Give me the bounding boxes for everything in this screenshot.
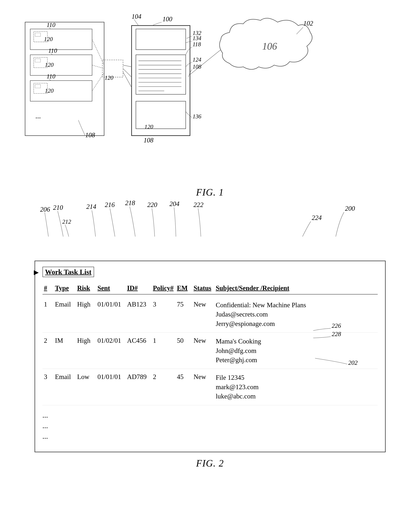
col-id: ID# xyxy=(126,283,151,293)
col-policy: Policy# xyxy=(151,283,176,293)
svg-rect-6 xyxy=(35,59,41,62)
cell-sent-1: 01/01/01 xyxy=(96,300,126,309)
svg-rect-10 xyxy=(132,25,190,136)
cell-id-1: AB123 xyxy=(126,300,151,309)
svg-text:136: 136 xyxy=(193,113,201,120)
cell-em-1: 75 xyxy=(176,300,192,309)
cell-em-2: 50 xyxy=(176,336,192,345)
ellipsis-rows: ... ... ... xyxy=(43,411,378,441)
col-sent: Sent xyxy=(96,283,126,293)
svg-line-26 xyxy=(123,65,132,67)
svg-line-28 xyxy=(123,72,132,87)
cell-subject-1: Confidential: New Machine Plans Judas@se… xyxy=(214,300,378,329)
svg-text:108: 108 xyxy=(143,137,153,144)
fig1-label: FIG. 1 xyxy=(196,187,224,198)
cell-subject-3: File 12345 mark@123.com luke@abc.com xyxy=(214,372,378,402)
svg-rect-4 xyxy=(30,55,92,76)
fig2-diagram: 206 210 212 214 216 218 220 204 222 xyxy=(15,202,405,469)
svg-text:222: 222 xyxy=(194,201,203,209)
fig2-label: FIG. 2 xyxy=(15,458,405,469)
svg-rect-12 xyxy=(136,55,186,94)
svg-rect-8 xyxy=(34,83,47,93)
svg-text:108: 108 xyxy=(85,132,95,139)
page-container: 100 104 102 106 108 108 110 110 110 120 xyxy=(0,0,420,512)
svg-text:120: 120 xyxy=(45,62,54,68)
cell-num-2: 2 xyxy=(43,336,53,345)
cell-type-2: IM xyxy=(53,336,76,345)
table-row: 1 Email High 01/01/01 AB123 3 75 New Con… xyxy=(43,296,378,333)
svg-rect-5 xyxy=(34,57,47,68)
svg-text:212: 212 xyxy=(62,218,71,225)
svg-rect-2 xyxy=(34,32,47,42)
svg-text:120: 120 xyxy=(45,87,54,94)
svg-text:100: 100 xyxy=(162,16,172,23)
svg-text:...: ... xyxy=(36,112,41,120)
cell-status-1: New xyxy=(192,300,214,309)
svg-text:118: 118 xyxy=(193,41,201,47)
fig2-box: ► Work Task List # Type Risk Sent ID# Po… xyxy=(35,261,386,452)
svg-text:104: 104 xyxy=(132,13,141,20)
cell-policy-3: 2 xyxy=(151,372,176,381)
ellipsis-2: ... xyxy=(43,421,378,430)
cell-subject-2: Mama's Cooking John@dfg.com Peter@ghj.co… xyxy=(214,336,378,365)
svg-rect-21 xyxy=(136,101,186,129)
svg-text:204: 204 xyxy=(169,200,180,208)
svg-text:224: 224 xyxy=(312,214,322,221)
svg-rect-7 xyxy=(30,81,92,101)
svg-text:134: 134 xyxy=(193,35,201,41)
svg-rect-9 xyxy=(35,85,41,88)
svg-line-25 xyxy=(92,73,104,91)
col-risk: Risk xyxy=(76,283,96,293)
svg-text:210: 210 xyxy=(53,204,63,211)
svg-rect-1 xyxy=(30,29,92,50)
svg-text:216: 216 xyxy=(105,201,115,209)
cell-id-3: AD789 xyxy=(126,372,151,381)
cell-em-3: 45 xyxy=(176,372,192,381)
svg-text:110: 110 xyxy=(48,47,57,54)
fig1-diagram: 100 104 102 106 108 108 110 110 110 120 xyxy=(15,11,405,178)
svg-line-23 xyxy=(92,39,104,65)
cell-num-3: 3 xyxy=(43,372,53,381)
svg-rect-0 xyxy=(25,22,104,136)
svg-text:120: 120 xyxy=(105,75,113,81)
ellipsis-3: ... xyxy=(43,432,378,441)
svg-line-24 xyxy=(92,65,104,69)
table-row: 2 IM High 01/02/01 AC456 1 50 New Mama's… xyxy=(43,333,378,369)
svg-text:206: 206 xyxy=(40,206,50,213)
work-task-table: # Type Risk Sent ID# Policy# EM Status S… xyxy=(43,283,378,405)
table-header: # Type Risk Sent ID# Policy# EM Status S… xyxy=(43,283,378,295)
cell-status-3: New xyxy=(192,372,214,381)
cell-risk-2: High xyxy=(76,336,96,345)
ellipsis-1: ... xyxy=(43,411,378,419)
svg-text:120: 120 xyxy=(44,36,53,42)
cell-type-1: Email xyxy=(53,300,76,309)
svg-rect-11 xyxy=(136,29,186,50)
svg-text:200: 200 xyxy=(345,205,355,212)
cell-sent-3: 01/01/01 xyxy=(96,372,126,381)
svg-text:120: 120 xyxy=(144,124,153,130)
col-type: Type xyxy=(53,283,76,293)
svg-text:214: 214 xyxy=(86,203,96,210)
svg-rect-3 xyxy=(35,33,41,36)
cell-num-1: 1 xyxy=(43,300,53,309)
cell-type-3: Email xyxy=(53,372,76,381)
svg-text:132: 132 xyxy=(193,30,201,36)
cell-policy-2: 1 xyxy=(151,336,176,345)
svg-text:108: 108 xyxy=(193,63,201,70)
svg-rect-22 xyxy=(102,60,123,77)
svg-line-29 xyxy=(190,50,221,75)
svg-text:220: 220 xyxy=(147,201,157,209)
col-status: Status xyxy=(192,283,214,293)
svg-text:102: 102 xyxy=(303,20,313,27)
col-num: # xyxy=(43,283,53,293)
svg-text:124: 124 xyxy=(193,56,201,63)
cell-policy-1: 3 xyxy=(151,300,176,309)
col-em: EM xyxy=(176,283,192,293)
svg-text:110: 110 xyxy=(46,22,55,28)
cell-risk-1: High xyxy=(76,300,96,309)
cell-sent-2: 01/02/01 xyxy=(96,336,126,345)
col-subject: Subject/Sender /Recipient xyxy=(214,283,378,293)
cell-risk-3: Low xyxy=(76,372,96,381)
svg-line-27 xyxy=(123,69,132,77)
svg-text:218: 218 xyxy=(125,199,135,207)
